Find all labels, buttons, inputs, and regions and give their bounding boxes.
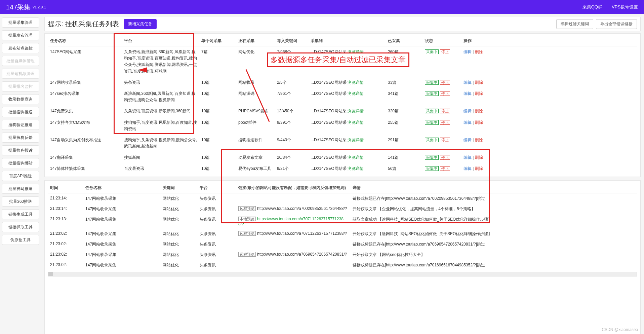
task-row: 147seo排名采集新浪新闻,360新闻,凤凰新闻,百度知道,搜狗资讯,搜狗公众… [48,88,637,106]
sidebar-item-7[interactable]: 批量搜狗推送 [2,107,39,117]
view-detail-link[interactable]: 浏览详情 [348,91,364,96]
sidebar-item-2[interactable]: 发布站点监控 [2,43,39,53]
link-vps-settings[interactable]: VPS拨号设置 [612,4,638,10]
stop-button[interactable]: 停止 [440,138,450,142]
log-row: 21:23:13:147网站收录采集网站优化头条资讯本地预览https://ww… [48,214,637,229]
delete-link[interactable]: 删除 [475,91,483,96]
horizontal-scrollbar[interactable] [48,272,637,276]
edit-link[interactable]: 编辑 [464,49,472,54]
stop-button[interactable]: 停止 [440,91,450,96]
task-table: 任务名称平台单个词采集正在采集导入关键词采集到已采集状态操作 147SEO网站采… [48,36,637,175]
delete-link[interactable]: 删除 [475,138,483,142]
delete-link[interactable]: 删除 [475,49,483,54]
log-row: 21:23:02:147网站收录采集网站优化头条资讯链接或标题已存在[http:… [48,260,637,270]
edit-link[interactable]: 编辑 [464,166,472,171]
edit-link[interactable]: 编辑 [464,155,472,160]
sidebar: 批量采集管理批量发布管理发布站点监控批量自媒体管理批量短视频管理批量排名监控收录… [0,14,41,334]
app-header: 147采集 v1.2.9.1 采集QQ群 VPS拨号设置 [0,0,644,14]
title-bar: 提示: 挂机采集任务列表 新增采集任务 编辑过滤关键词 导出全部错误链接 [44,17,641,31]
view-detail-link[interactable]: 浏览详情 [348,120,364,125]
edit-link[interactable]: 编辑 [464,91,472,96]
log-row: 21:23:14:147网站收录采集网站优化头条资讯链接或标题已存在[http:… [48,193,637,204]
preview-tag[interactable]: 远程预览 [238,252,256,257]
task-row: 147自动采集为原创发布推送搜狗知乎,头条资讯,搜狐新闻,搜狗公众号,腾讯新闻,… [48,135,637,152]
view-detail-link[interactable]: 浏览详情 [348,80,364,85]
stop-button[interactable]: 停止 [440,155,450,160]
sidebar-item-9[interactable]: 批量搜狗反馈 [2,133,39,143]
watermark: CSDN @xiaomaseo [602,327,638,332]
delete-link[interactable]: 删除 [475,120,483,125]
stop-button[interactable]: 停止 [440,166,450,171]
app-version: v1.2.9.1 [33,5,46,9]
stop-button[interactable]: 停止 [440,109,450,113]
task-row: 147翻译采集搜狐新闻10篇动易发布文章20/34个...D:\147SEO网站… [48,152,637,163]
log-row: 21:23:14:147网站收录采集网站优化头条资讯远程预览http://www… [48,204,637,214]
preview-tag[interactable]: 远程预览 [238,206,256,211]
app-title: 147采集 [6,3,31,12]
preview-tag[interactable]: 本地预览 [238,217,256,221]
status-badge: 采集中 [425,166,439,171]
view-detail-link[interactable]: 浏览详情 [348,155,364,160]
view-detail-link[interactable]: 浏览详情 [348,166,364,171]
task-table-panel: 任务名称平台单个词采集正在采集导入关键词采集到已采集状态操作 147SEO网站采… [44,33,641,177]
status-badge: 采集中 [425,155,439,160]
sidebar-item-14[interactable]: 批量360推送 [2,196,39,207]
log-table: 时间任务名称关键词平台链接(最小的网站可能没有匹配，如需要可群内反馈增加规则)详… [48,183,637,270]
status-badge: 采集中 [425,120,439,125]
sidebar-item-16[interactable]: 链接抓取工具 [2,222,39,232]
delete-link[interactable]: 删除 [475,80,483,85]
export-errors-button[interactable]: 导出全部错误链接 [596,19,637,29]
preview-tag[interactable]: 远程预览 [238,231,256,236]
status-badge: 采集中 [425,91,439,96]
sidebar-item-17[interactable]: 伪原创工具 [2,235,39,245]
log-link[interactable]: http://www.toutiao.com/a7069654728657420… [257,252,347,257]
edit-link[interactable]: 编辑 [464,80,472,85]
delete-link[interactable]: 删除 [475,166,483,171]
task-row: 147免费采集头条资讯,百度资讯,新浪新闻,360新闻10篇PHPCMSV9发布… [48,106,637,117]
sidebar-item-10[interactable]: 批量搜狗投诉 [2,145,39,155]
sidebar-item-8[interactable]: 搜狗验证推送 [2,120,39,130]
delete-link[interactable]: 删除 [475,109,483,113]
log-row: 21:23:02:147网站收录采集网站优化头条资讯链接或标题已存在[http:… [48,239,637,250]
stop-button[interactable]: 停止 [440,80,450,85]
log-link[interactable]: http://www.toutiao.com/a7002098535617364… [257,206,347,211]
log-link[interactable]: http://www.toutiao.com/a7071122637157712… [257,231,347,236]
view-detail-link[interactable]: 浏览详情 [348,109,364,113]
annotation-arrow-left [138,67,147,73]
status-badge: 采集中 [425,109,439,113]
sidebar-item-5: 批量排名监控 [2,81,39,91]
sidebar-item-12[interactable]: 百度API推送 [2,171,39,181]
edit-link[interactable]: 编辑 [464,120,472,125]
log-row: 21:23:02:147网站收录采集网站优化头条资讯远程预览http://www… [48,250,637,260]
sidebar-item-15[interactable]: 链接生成工具 [2,209,39,219]
edit-link[interactable]: 编辑 [464,109,472,113]
sidebar-item-3: 批量自媒体管理 [2,56,39,66]
sidebar-item-0[interactable]: 批量采集管理 [2,17,39,28]
task-row: 147SEO网站采集头条资讯,新浪新闻,360新闻,凤凰新闻,搜狗知乎,百度资讯… [48,46,637,77]
log-table-panel: 时间任务名称关键词平台链接(最小的网站可能没有匹配，如需要可群内反馈增加规则)详… [44,180,641,334]
main-panel: 提示: 挂机采集任务列表 新增采集任务 编辑过滤关键词 导出全部错误链接 任务名… [41,14,644,334]
sidebar-item-1[interactable]: 批量发布管理 [2,30,39,40]
status-badge: 采集中 [425,80,439,85]
edit-filter-button[interactable]: 编辑过滤关键词 [556,19,593,29]
hint-heading: 提示: 挂机采集任务列表 [48,20,119,29]
new-task-button[interactable]: 新增采集任务 [124,19,157,29]
stop-button[interactable]: 停止 [440,49,450,54]
delete-link[interactable]: 删除 [475,155,483,160]
status-badge: 采集中 [425,138,439,142]
sidebar-item-13[interactable]: 批量神马推送 [2,184,39,194]
view-detail-link[interactable]: 浏览详情 [348,49,364,54]
link-qq-group[interactable]: 采集QQ群 [582,4,602,10]
sidebar-item-4: 批量短视频管理 [2,69,39,79]
stop-button[interactable]: 停止 [440,120,450,125]
task-row: 147简体转繁体采集百度最资讯10篇易优eyou发布工具9/21个...D:\1… [48,163,637,174]
view-detail-link[interactable]: 浏览详情 [348,138,364,142]
sidebar-item-6[interactable]: 收录数据查询 [2,94,39,104]
task-row: 147网站收录采集头条资讯10篇网站收录2/5个...D:\147SEO网站采 … [48,77,637,88]
log-row: 21:23:02:147网站收录采集网站优化头条资讯远程预览http://www… [48,229,637,239]
edit-link[interactable]: 编辑 [464,138,472,142]
sidebar-item-11[interactable]: 批量搜狗绑站 [2,158,39,168]
status-badge: 采集中 [425,49,439,54]
task-row: 147支持各大CMS发布搜狗知乎,百度资讯,凤凰新闻,百度知道,搜狗资讯10篇p… [48,117,637,135]
